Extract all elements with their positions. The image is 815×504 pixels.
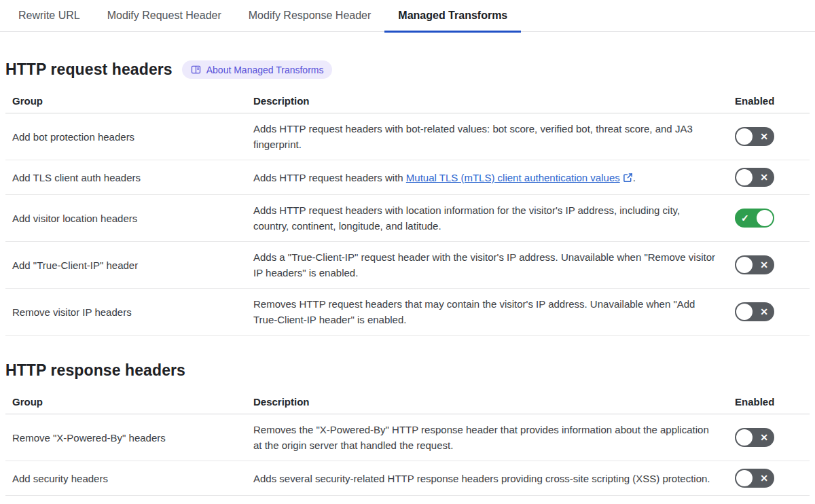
table-row: Add security headers Adds several securi… [5, 461, 810, 496]
toggle-state-icon: ✕ [760, 433, 768, 442]
description-cell: Adds a "True-Client-IP" request header w… [247, 242, 728, 289]
toggle-knob [736, 257, 753, 273]
group-cell: Add "True-Client-IP" header [5, 242, 247, 289]
toggle-knob [736, 304, 753, 320]
table-row: Remove visitor IP headers Removes HTTP r… [5, 289, 810, 336]
description-cell: Adds HTTP request headers with bot-relat… [247, 113, 728, 160]
managed-transforms-page: HTTP request headers About Managed Trans… [0, 60, 815, 496]
tab-modify-request-header[interactable]: Modify Request Header [94, 10, 235, 31]
toggle-knob [736, 128, 753, 145]
column-header-description: Description [247, 88, 728, 113]
column-header-group: Group [5, 389, 247, 414]
toggle-state-icon: ✕ [760, 473, 768, 483]
toggle-state-icon: ✕ [760, 132, 768, 141]
toggle-knob [757, 210, 773, 226]
tab-bar: Rewrite URLModify Request HeaderModify R… [0, 0, 815, 32]
toggle-state-icon: ✕ [760, 307, 768, 317]
tab-managed-transforms[interactable]: Managed Transforms [384, 10, 521, 31]
toggle-state-icon: ✕ [760, 260, 768, 270]
toggle-state-icon: ✓ [741, 213, 749, 223]
description-link[interactable]: Mutual TLS (mTLS) client authentication … [406, 172, 620, 183]
tab-rewrite-url[interactable]: Rewrite URL [5, 10, 94, 31]
column-header-description: Description [247, 389, 728, 414]
description-cell: Removes the "X-Powered-By" HTTP response… [247, 414, 728, 461]
response-headers-table: Group Description Enabled Remove "X-Powe… [5, 389, 810, 496]
request-headers-section: HTTP request headers About Managed Trans… [5, 60, 810, 336]
group-cell: Add TLS client auth headers [5, 160, 247, 195]
enabled-toggle[interactable]: ✕ [735, 255, 774, 274]
column-header-enabled: Enabled [728, 88, 810, 113]
table-row: Add bot protection headers Adds HTTP req… [5, 113, 810, 160]
toggle-knob [736, 429, 753, 446]
table-row: Add TLS client auth headers Adds HTTP re… [5, 160, 810, 195]
description-cell: Removes HTTP request headers that may co… [247, 289, 728, 336]
book-icon [191, 65, 201, 75]
description-cell: Adds HTTP request headers with location … [247, 195, 728, 242]
response-section-title: HTTP response headers [5, 361, 185, 380]
enabled-toggle[interactable]: ✕ [735, 127, 774, 146]
about-managed-transforms-badge[interactable]: About Managed Transforms [182, 60, 333, 79]
group-cell: Remove "X-Powered-By" headers [5, 414, 247, 461]
request-section-title: HTTP request headers [5, 60, 173, 79]
enabled-toggle[interactable]: ✓ [735, 209, 774, 228]
enabled-toggle[interactable]: ✕ [735, 168, 774, 187]
enabled-toggle[interactable]: ✕ [735, 428, 774, 447]
toggle-state-icon: ✕ [760, 173, 768, 182]
response-headers-section: HTTP response headers Group Description … [5, 361, 810, 496]
badge-label: About Managed Transforms [206, 65, 324, 75]
table-row: Remove "X-Powered-By" headers Removes th… [5, 414, 810, 461]
table-row: Add "True-Client-IP" header Adds a "True… [5, 242, 810, 289]
column-header-enabled: Enabled [728, 389, 810, 414]
description-cell: Adds HTTP request headers with Mutual TL… [247, 160, 728, 195]
group-cell: Add bot protection headers [5, 113, 247, 160]
toggle-knob [736, 169, 753, 185]
description-cell: Adds several security-related HTTP respo… [247, 461, 728, 496]
group-cell: Add security headers [5, 461, 247, 496]
toggle-knob [736, 470, 753, 486]
request-headers-table: Group Description Enabled Add bot protec… [5, 88, 810, 336]
group-cell: Remove visitor IP headers [5, 289, 247, 336]
table-row: Add visitor location headers Adds HTTP r… [5, 195, 810, 242]
enabled-toggle[interactable]: ✕ [735, 469, 774, 488]
tab-modify-response-header[interactable]: Modify Response Header [235, 10, 385, 31]
external-link-icon[interactable] [623, 173, 633, 183]
column-header-group: Group [5, 88, 247, 113]
group-cell: Add visitor location headers [5, 195, 247, 242]
enabled-toggle[interactable]: ✕ [735, 302, 774, 321]
